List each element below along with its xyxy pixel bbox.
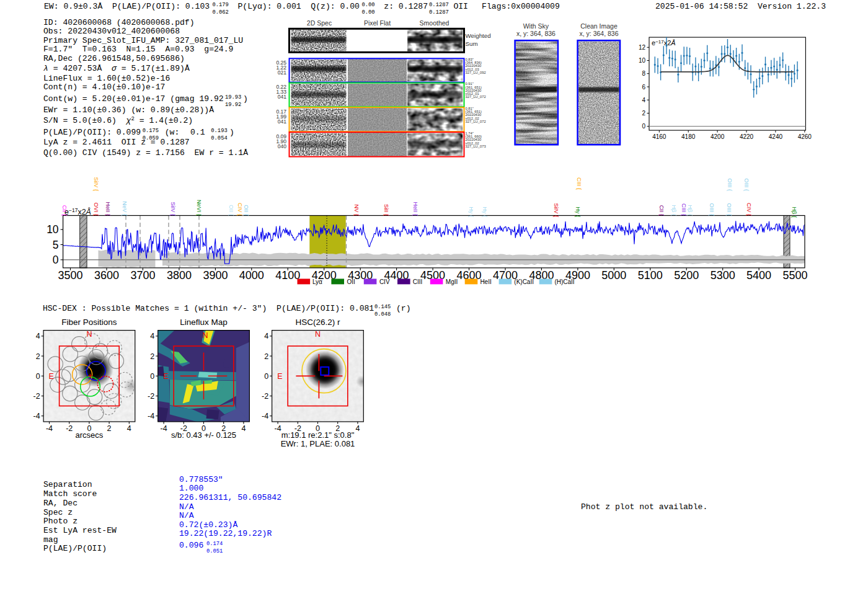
svg-text:SiII {: SiII { [383, 204, 389, 216]
svg-text:CIV {: CIV { [237, 203, 243, 216]
svg-text:S/N = 5.0(±0.6) χ2 = 1.4(±0.2: S/N = 5.0(±0.6) χ2 = 1.4(±0.2) [43, 116, 193, 125]
svg-text:N: N [315, 330, 321, 339]
svg-text:041: 041 [278, 94, 286, 100]
svg-text:4: 4 [264, 332, 268, 340]
svg-text:0: 0 [642, 123, 645, 130]
svg-text:m:19.1 re:2.1" s:0.8": m:19.1 re:2.1" s:0.8" [281, 430, 355, 440]
svg-text:Fiber Positions: Fiber Positions [61, 318, 117, 327]
svg-text:5300: 5300 [711, 269, 735, 282]
svg-text:3600: 3600 [94, 269, 119, 282]
svg-text:4: 4 [127, 424, 131, 433]
svg-text:N: N [202, 331, 208, 340]
svg-text:-2: -2 [33, 392, 40, 401]
svg-text:0.175: 0.175 [143, 128, 159, 134]
svg-text:2D Spec: 2D Spec [307, 19, 332, 27]
svg-text:4160: 4160 [652, 133, 666, 140]
svg-text:Primary Spec_Slot_IFU_AMP: 327: Primary Spec_Slot_IFU_AMP: 327_081_017_L… [43, 36, 243, 45]
svg-text:0: 0 [150, 372, 154, 381]
svg-text:CIV: CIV [379, 278, 390, 285]
svg-text:5: 5 [53, 239, 59, 251]
svg-text:x, y: 364, 836: x, y: 364, 836 [516, 30, 556, 37]
svg-text:3700: 3700 [130, 269, 155, 282]
svg-text:0: 0 [53, 254, 59, 266]
svg-text:041: 041 [278, 118, 286, 125]
svg-text:SiIV {: SiIV { [553, 203, 559, 217]
svg-text:3500: 3500 [58, 269, 82, 282]
svg-text:E: E [277, 372, 282, 381]
svg-text:NeV {: NeV { [122, 202, 128, 216]
svg-text:Hβ (: Hβ ( [671, 205, 677, 216]
svg-text:4240: 4240 [769, 133, 783, 140]
svg-text:021: 021 [278, 69, 286, 76]
svg-text:-4: -4 [161, 424, 167, 433]
svg-text:e−17x2Å: e−17x2Å [64, 207, 91, 216]
svg-text:HSC-DEX : Possible Matches = 1: HSC-DEX : Possible Matches = 1 (within +… [43, 304, 374, 313]
svg-text:z: 0.1287: z: 0.1287 [384, 2, 428, 11]
svg-text:5100: 5100 [638, 269, 663, 282]
svg-text:NV {: NV { [353, 205, 360, 216]
svg-text:LineFlux = 1.60(±0.52)e-16: LineFlux = 1.60(±0.52)e-16 [43, 74, 170, 83]
svg-text:(w:: (w: [165, 128, 180, 137]
svg-text:4: 4 [355, 424, 360, 433]
svg-text:Phot z plot not available.: Phot z plot not available. [581, 502, 707, 512]
svg-text:327_LU_072: 327_LU_072 [466, 120, 486, 123]
svg-text:4220: 4220 [740, 133, 754, 140]
svg-text:s/b: 0.43 +/- 0.125: s/b: 0.43 +/- 0.125 [171, 430, 236, 440]
svg-text:0.179: 0.179 [213, 2, 229, 8]
svg-text:CIV {: CIV { [746, 203, 752, 216]
svg-text:0.193: 0.193 [211, 128, 227, 134]
svg-text:19.22(19.22,19.22)R: 19.22(19.22,19.22)R [179, 529, 272, 538]
svg-text:0.1287: 0.1287 [429, 9, 449, 16]
svg-text:226.961311, 50.695842: 226.961311, 50.695842 [179, 493, 281, 502]
svg-text:OII: OII [347, 278, 355, 285]
svg-text:Sum: Sum [466, 40, 478, 47]
svg-text:19.93: 19.93 [225, 94, 241, 100]
svg-text:-4: -4 [262, 412, 268, 420]
svg-text:-2: -2 [148, 392, 154, 401]
svg-text:4: 4 [642, 97, 645, 104]
svg-text:327_LU_072: 327_LU_072 [466, 95, 486, 99]
svg-text:OII {: OII { [243, 205, 249, 216]
svg-text:10: 10 [46, 223, 59, 236]
svg-text:5500: 5500 [782, 269, 807, 282]
svg-text:Q(0.00) CIV (1549) z = 1.7156: Q(0.00) CIV (1549) z = 1.7156 EW r = 1.1… [43, 148, 248, 158]
svg-text:Hγ {: Hγ { [575, 207, 581, 217]
svg-text:(H)CaII: (H)CaII [554, 278, 574, 285]
svg-text:-2: -2 [66, 424, 73, 433]
svg-text:arcsecs: arcsecs [76, 430, 104, 440]
svg-text:With Sky: With Sky [523, 22, 549, 30]
svg-text:RA,Dec (226.961548,50.695686): RA,Dec (226.961548,50.695686) [43, 54, 185, 63]
svg-text:NeVI {: NeVI { [196, 200, 202, 216]
svg-text:0.059: 0.059 [143, 135, 159, 141]
svg-text:HeII {: HeII { [105, 202, 111, 216]
svg-text:0.145: 0.145 [374, 304, 391, 310]
svg-text:): ) [229, 128, 234, 137]
svg-text:0: 0 [36, 372, 40, 381]
svg-text:P(LAE)/P(OII): 0.099: P(LAE)/P(OII): 0.099 [43, 128, 141, 137]
svg-text:0.72(±0.23)Å: 0.72(±0.23)Å [179, 520, 237, 530]
svg-text:HSC(26.2) r: HSC(26.2) r [295, 318, 340, 327]
svg-text:N/A: N/A [179, 502, 194, 512]
svg-text:Separation: Separation [43, 480, 92, 489]
svg-text:OIII {: OIII { [726, 203, 732, 216]
svg-text:0.174: 0.174 [206, 541, 223, 547]
svg-text:EWr: 1, PLAE: 0.081: EWr: 1, PLAE: 0.081 [281, 439, 355, 448]
svg-text:Weighted: Weighted [466, 32, 491, 39]
svg-text:Smoothed: Smoothed [420, 19, 450, 27]
svg-text:(r): (r) [396, 304, 411, 313]
svg-text:OII {: OII { [228, 205, 234, 216]
svg-text:19.92: 19.92 [225, 102, 241, 108]
svg-text:0.096: 0.096 [179, 541, 203, 550]
svg-text:CIII {: CIII { [576, 177, 582, 190]
svg-text:Cont(w) = 5.20(±0.01)e-17 (gma: Cont(w) = 5.20(±0.01)e-17 (gmag 19.92 [43, 94, 224, 104]
svg-text:10: 10 [639, 57, 646, 64]
svg-text:3900: 3900 [203, 269, 228, 282]
svg-text:Photo z: Photo z [43, 517, 78, 526]
svg-text:λ = 4207.53Å σ = 5.17(±1.89)Å: λ = 4207.53Å σ = 5.17(±1.89)Å [43, 64, 190, 73]
svg-text:LyA z = 2.4611 OII z = 0.1287: LyA z = 2.4611 OII z = 0.1287 [43, 138, 190, 147]
svg-text:-4: -4 [275, 424, 281, 433]
svg-text:0.062: 0.062 [213, 9, 229, 16]
svg-text:CII {: CII { [61, 205, 68, 216]
svg-text:0.054: 0.054 [211, 135, 227, 141]
svg-text:-4: -4 [46, 424, 53, 433]
